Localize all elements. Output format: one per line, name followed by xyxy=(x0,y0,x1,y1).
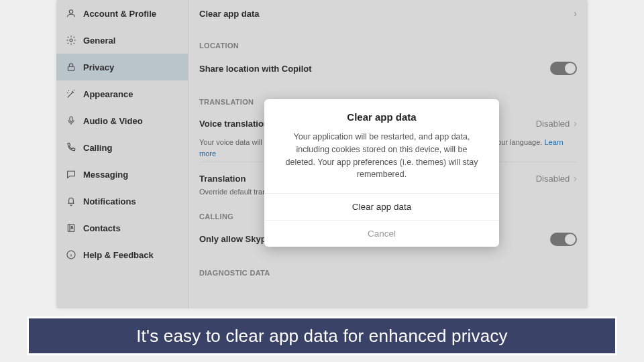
chat-icon xyxy=(66,169,76,180)
disabled-label: Disabled xyxy=(536,119,570,129)
sidebar-item-label: General xyxy=(83,36,115,46)
row-label: Voice translation xyxy=(199,119,269,129)
row-label: Clear app data xyxy=(199,9,260,19)
svg-point-0 xyxy=(69,10,72,13)
sidebar-item-account[interactable]: Account & Profile xyxy=(56,0,188,27)
dialog-cancel-button[interactable]: Cancel xyxy=(264,220,499,247)
section-location: LOCATION xyxy=(199,27,577,54)
chevron-right-icon: › xyxy=(574,118,577,129)
dialog-confirm-button[interactable]: Clear app data xyxy=(264,193,499,220)
row-label: Translation xyxy=(199,174,246,184)
svg-point-1 xyxy=(70,39,72,42)
svg-point-5 xyxy=(71,226,73,228)
sidebar-item-label: Contacts xyxy=(83,223,121,233)
sidebar-item-label: Messaging xyxy=(83,170,128,180)
sidebar-item-label: Appearance xyxy=(83,89,133,99)
phone-icon xyxy=(66,142,76,153)
sidebar-item-label: Account & Profile xyxy=(83,9,156,19)
svg-rect-3 xyxy=(70,117,72,121)
sidebar: Account & Profile General Privacy xyxy=(56,0,189,308)
person-icon xyxy=(66,8,76,19)
info-icon xyxy=(66,249,76,260)
sidebar-item-label: Audio & Video xyxy=(83,116,143,126)
dialog-title: Clear app data xyxy=(264,99,499,127)
sidebar-item-privacy[interactable]: Privacy xyxy=(56,54,188,80)
sidebar-item-contacts[interactable]: Contacts xyxy=(56,215,188,241)
settings-window: Account & Profile General Privacy xyxy=(56,0,588,308)
status-disabled: Disabled › xyxy=(536,173,577,184)
wand-icon xyxy=(66,88,76,99)
svg-rect-4 xyxy=(68,225,74,232)
row-label: Share location with Copilot xyxy=(199,64,312,74)
chevron-right-icon: › xyxy=(574,8,577,19)
clear-app-data-dialog: Clear app data Your application will be … xyxy=(264,99,499,247)
sidebar-item-general[interactable]: General xyxy=(56,27,188,54)
chevron-right-icon: › xyxy=(574,173,577,184)
mic-icon xyxy=(66,115,76,126)
annotation-caption: It's easy to clear app data for enhanced… xyxy=(27,316,617,355)
book-icon xyxy=(66,223,76,233)
sidebar-item-label: Privacy xyxy=(83,62,114,72)
sidebar-item-notifications[interactable]: Notifications xyxy=(56,188,188,215)
sidebar-item-label: Notifications xyxy=(83,196,136,206)
toggle-share-location[interactable] xyxy=(550,62,577,75)
lock-icon xyxy=(66,62,76,72)
gear-icon xyxy=(66,35,76,46)
sidebar-item-audio-video[interactable]: Audio & Video xyxy=(56,107,188,134)
row-clear-app-data[interactable]: Clear app data › xyxy=(199,0,577,27)
sidebar-item-help[interactable]: Help & Feedback xyxy=(56,241,188,268)
sidebar-item-label: Help & Feedback xyxy=(83,250,154,260)
status-disabled: Disabled › xyxy=(536,118,577,129)
sidebar-item-messaging[interactable]: Messaging xyxy=(56,161,188,188)
disabled-label: Disabled xyxy=(536,174,570,184)
toggle-calling-contacts[interactable] xyxy=(550,233,577,246)
sidebar-item-label: Calling xyxy=(83,143,112,153)
sidebar-item-calling[interactable]: Calling xyxy=(56,134,188,161)
dialog-body: Your application will be restarted, and … xyxy=(264,127,499,193)
svg-rect-2 xyxy=(68,66,74,70)
sidebar-item-appearance[interactable]: Appearance xyxy=(56,80,188,107)
section-diagnostic: DIAGNOSTIC DATA xyxy=(199,254,577,281)
bell-icon xyxy=(66,196,76,206)
row-share-location[interactable]: Share location with Copilot xyxy=(199,54,577,83)
